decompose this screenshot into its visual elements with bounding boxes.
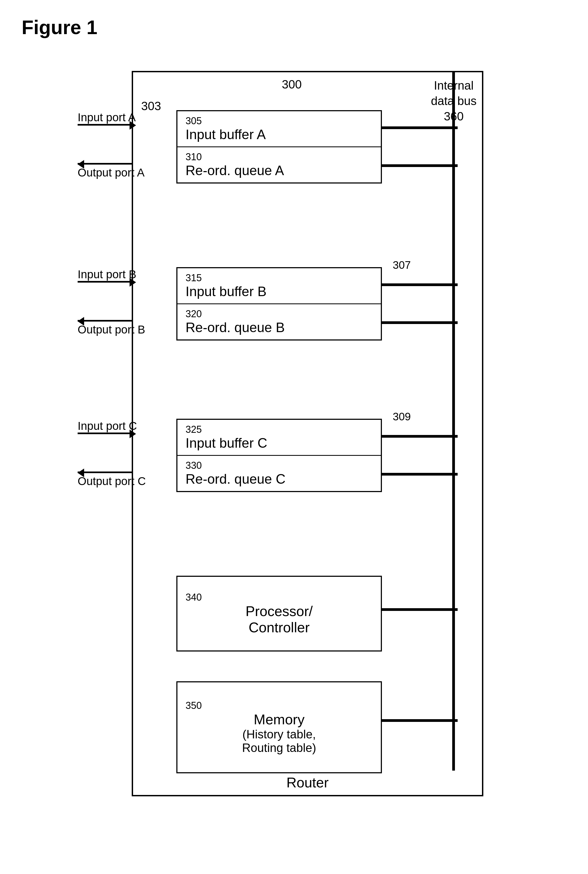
internal-bus-line [452, 72, 455, 770]
connector-mem [382, 719, 458, 722]
input-port-a-label: Input port A [78, 111, 136, 124]
connector-b-top [382, 283, 458, 286]
memory-label2: (History table, [242, 728, 316, 741]
memory-label: Memory [254, 712, 304, 728]
memory-label3: Routing table) [242, 741, 316, 755]
memory-box: 350 Memory (History table, Routing table… [176, 681, 382, 773]
output-port-b-line [78, 320, 132, 322]
connector-a-bottom [382, 164, 458, 167]
input-port-b-label: Input port B [78, 268, 136, 281]
label-307: 307 [393, 259, 411, 271]
reord-queue-a-label: Re-ord. queue A [186, 162, 373, 178]
input-buffer-a-label: Input buffer A [186, 127, 373, 142]
connector-c-bottom [382, 473, 458, 475]
output-port-a-line [78, 163, 132, 165]
output-port-c-label: Output port C [78, 475, 146, 488]
processor-box: 340 Processor/ Controller [176, 576, 382, 651]
label-309: 309 [393, 411, 411, 423]
connector-c-top [382, 435, 458, 438]
label-303: 303 [141, 99, 161, 113]
reord-queue-b-label: Re-ord. queue B [186, 320, 373, 335]
label-300: 300 [282, 78, 302, 91]
processor-num: 340 [183, 592, 202, 603]
group-a-box: 305 Input buffer A 310 Re-ord. queue A [176, 110, 382, 184]
connector-proc [382, 608, 458, 611]
reord-queue-c-label: Re-ord. queue C [186, 471, 373, 487]
output-port-c-line [78, 471, 132, 473]
group-b-box: 315 Input buffer B 320 Re-ord. queue B [176, 267, 382, 340]
router-box: 300 Internal data bus 360 303 305 Input … [132, 71, 483, 796]
input-buffer-b-label: Input buffer B [186, 284, 373, 299]
input-buffer-c-num: 325 [186, 424, 373, 435]
output-port-a-label: Output port A [78, 166, 145, 179]
output-port-b-label: Output port B [78, 323, 145, 336]
processor-label: Processor/ [246, 603, 313, 619]
input-buffer-b-num: 315 [186, 272, 373, 284]
input-port-c-label: Input port C [78, 420, 137, 433]
input-buffer-c-label: Input buffer C [186, 435, 373, 451]
page-title: Figure 1 [22, 16, 566, 38]
connector-b-bottom [382, 321, 458, 324]
input-port-b-line [78, 281, 132, 283]
router-label: Router [133, 775, 482, 791]
input-port-a-line [78, 124, 132, 126]
connector-a-top [382, 126, 458, 129]
reord-queue-c-num: 330 [186, 460, 373, 471]
reord-queue-b-num: 320 [186, 308, 373, 320]
input-port-c-line [78, 433, 132, 434]
memory-num: 350 [183, 700, 202, 712]
reord-queue-a-num: 310 [186, 151, 373, 162]
input-buffer-a-num: 305 [186, 115, 373, 127]
group-c-box: 325 Input buffer C 330 Re-ord. queue C [176, 419, 382, 492]
processor-label2: Controller [249, 619, 309, 636]
